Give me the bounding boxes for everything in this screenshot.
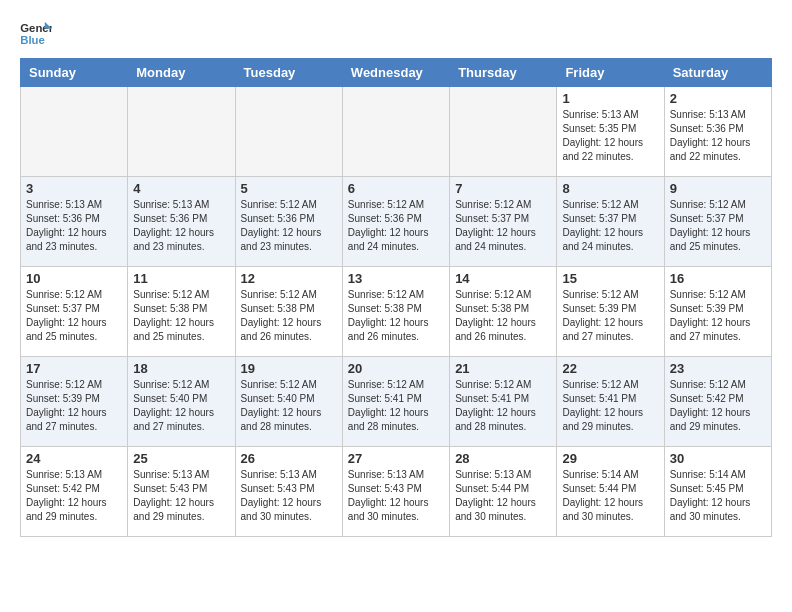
day-number: 19 bbox=[241, 361, 337, 376]
day-info: Sunrise: 5:13 AM Sunset: 5:43 PM Dayligh… bbox=[241, 468, 337, 524]
calendar-cell bbox=[235, 87, 342, 177]
calendar-cell: 11Sunrise: 5:12 AM Sunset: 5:38 PM Dayli… bbox=[128, 267, 235, 357]
day-number: 24 bbox=[26, 451, 122, 466]
calendar-cell: 6Sunrise: 5:12 AM Sunset: 5:36 PM Daylig… bbox=[342, 177, 449, 267]
calendar-cell bbox=[128, 87, 235, 177]
day-info: Sunrise: 5:12 AM Sunset: 5:37 PM Dayligh… bbox=[455, 198, 551, 254]
day-info: Sunrise: 5:12 AM Sunset: 5:41 PM Dayligh… bbox=[562, 378, 658, 434]
day-number: 22 bbox=[562, 361, 658, 376]
day-info: Sunrise: 5:12 AM Sunset: 5:38 PM Dayligh… bbox=[455, 288, 551, 344]
calendar-cell: 29Sunrise: 5:14 AM Sunset: 5:44 PM Dayli… bbox=[557, 447, 664, 537]
day-number: 6 bbox=[348, 181, 444, 196]
day-number: 14 bbox=[455, 271, 551, 286]
day-number: 3 bbox=[26, 181, 122, 196]
day-number: 29 bbox=[562, 451, 658, 466]
day-number: 13 bbox=[348, 271, 444, 286]
logo-icon: General Blue bbox=[20, 20, 52, 48]
day-info: Sunrise: 5:13 AM Sunset: 5:36 PM Dayligh… bbox=[26, 198, 122, 254]
calendar-cell: 27Sunrise: 5:13 AM Sunset: 5:43 PM Dayli… bbox=[342, 447, 449, 537]
calendar-cell: 1Sunrise: 5:13 AM Sunset: 5:35 PM Daylig… bbox=[557, 87, 664, 177]
day-info: Sunrise: 5:13 AM Sunset: 5:44 PM Dayligh… bbox=[455, 468, 551, 524]
day-info: Sunrise: 5:13 AM Sunset: 5:42 PM Dayligh… bbox=[26, 468, 122, 524]
calendar-cell: 14Sunrise: 5:12 AM Sunset: 5:38 PM Dayli… bbox=[450, 267, 557, 357]
day-number: 25 bbox=[133, 451, 229, 466]
calendar-cell: 19Sunrise: 5:12 AM Sunset: 5:40 PM Dayli… bbox=[235, 357, 342, 447]
calendar-cell: 12Sunrise: 5:12 AM Sunset: 5:38 PM Dayli… bbox=[235, 267, 342, 357]
day-info: Sunrise: 5:13 AM Sunset: 5:35 PM Dayligh… bbox=[562, 108, 658, 164]
calendar-cell: 23Sunrise: 5:12 AM Sunset: 5:42 PM Dayli… bbox=[664, 357, 771, 447]
calendar-table: SundayMondayTuesdayWednesdayThursdayFrid… bbox=[20, 58, 772, 537]
day-number: 20 bbox=[348, 361, 444, 376]
day-number: 8 bbox=[562, 181, 658, 196]
calendar-week-row: 3Sunrise: 5:13 AM Sunset: 5:36 PM Daylig… bbox=[21, 177, 772, 267]
day-info: Sunrise: 5:12 AM Sunset: 5:41 PM Dayligh… bbox=[348, 378, 444, 434]
day-number: 27 bbox=[348, 451, 444, 466]
calendar-cell: 24Sunrise: 5:13 AM Sunset: 5:42 PM Dayli… bbox=[21, 447, 128, 537]
day-info: Sunrise: 5:12 AM Sunset: 5:37 PM Dayligh… bbox=[26, 288, 122, 344]
day-info: Sunrise: 5:12 AM Sunset: 5:40 PM Dayligh… bbox=[241, 378, 337, 434]
day-number: 26 bbox=[241, 451, 337, 466]
calendar-cell bbox=[450, 87, 557, 177]
day-number: 7 bbox=[455, 181, 551, 196]
calendar-week-row: 1Sunrise: 5:13 AM Sunset: 5:35 PM Daylig… bbox=[21, 87, 772, 177]
day-number: 9 bbox=[670, 181, 766, 196]
day-number: 11 bbox=[133, 271, 229, 286]
day-info: Sunrise: 5:12 AM Sunset: 5:37 PM Dayligh… bbox=[562, 198, 658, 254]
day-info: Sunrise: 5:12 AM Sunset: 5:39 PM Dayligh… bbox=[562, 288, 658, 344]
day-info: Sunrise: 5:13 AM Sunset: 5:43 PM Dayligh… bbox=[133, 468, 229, 524]
day-info: Sunrise: 5:14 AM Sunset: 5:45 PM Dayligh… bbox=[670, 468, 766, 524]
day-info: Sunrise: 5:12 AM Sunset: 5:39 PM Dayligh… bbox=[670, 288, 766, 344]
calendar-cell: 15Sunrise: 5:12 AM Sunset: 5:39 PM Dayli… bbox=[557, 267, 664, 357]
day-number: 30 bbox=[670, 451, 766, 466]
day-number: 5 bbox=[241, 181, 337, 196]
day-number: 1 bbox=[562, 91, 658, 106]
day-number: 28 bbox=[455, 451, 551, 466]
calendar-cell: 10Sunrise: 5:12 AM Sunset: 5:37 PM Dayli… bbox=[21, 267, 128, 357]
day-info: Sunrise: 5:13 AM Sunset: 5:36 PM Dayligh… bbox=[133, 198, 229, 254]
day-info: Sunrise: 5:12 AM Sunset: 5:38 PM Dayligh… bbox=[348, 288, 444, 344]
weekday-header: Tuesday bbox=[235, 59, 342, 87]
calendar-cell: 22Sunrise: 5:12 AM Sunset: 5:41 PM Dayli… bbox=[557, 357, 664, 447]
calendar-week-row: 10Sunrise: 5:12 AM Sunset: 5:37 PM Dayli… bbox=[21, 267, 772, 357]
calendar-cell: 28Sunrise: 5:13 AM Sunset: 5:44 PM Dayli… bbox=[450, 447, 557, 537]
day-info: Sunrise: 5:12 AM Sunset: 5:38 PM Dayligh… bbox=[241, 288, 337, 344]
calendar-cell bbox=[342, 87, 449, 177]
day-number: 23 bbox=[670, 361, 766, 376]
calendar-cell: 7Sunrise: 5:12 AM Sunset: 5:37 PM Daylig… bbox=[450, 177, 557, 267]
calendar-cell: 3Sunrise: 5:13 AM Sunset: 5:36 PM Daylig… bbox=[21, 177, 128, 267]
day-number: 2 bbox=[670, 91, 766, 106]
svg-text:Blue: Blue bbox=[20, 34, 45, 46]
weekday-header: Monday bbox=[128, 59, 235, 87]
calendar-cell bbox=[21, 87, 128, 177]
day-number: 18 bbox=[133, 361, 229, 376]
calendar-cell: 4Sunrise: 5:13 AM Sunset: 5:36 PM Daylig… bbox=[128, 177, 235, 267]
calendar-cell: 2Sunrise: 5:13 AM Sunset: 5:36 PM Daylig… bbox=[664, 87, 771, 177]
weekday-header: Sunday bbox=[21, 59, 128, 87]
weekday-header-row: SundayMondayTuesdayWednesdayThursdayFrid… bbox=[21, 59, 772, 87]
day-info: Sunrise: 5:12 AM Sunset: 5:40 PM Dayligh… bbox=[133, 378, 229, 434]
calendar-cell: 21Sunrise: 5:12 AM Sunset: 5:41 PM Dayli… bbox=[450, 357, 557, 447]
day-number: 12 bbox=[241, 271, 337, 286]
weekday-header: Thursday bbox=[450, 59, 557, 87]
day-info: Sunrise: 5:12 AM Sunset: 5:39 PM Dayligh… bbox=[26, 378, 122, 434]
calendar-cell: 18Sunrise: 5:12 AM Sunset: 5:40 PM Dayli… bbox=[128, 357, 235, 447]
weekday-header: Friday bbox=[557, 59, 664, 87]
day-number: 16 bbox=[670, 271, 766, 286]
calendar-cell: 20Sunrise: 5:12 AM Sunset: 5:41 PM Dayli… bbox=[342, 357, 449, 447]
calendar-cell: 25Sunrise: 5:13 AM Sunset: 5:43 PM Dayli… bbox=[128, 447, 235, 537]
day-number: 21 bbox=[455, 361, 551, 376]
weekday-header: Saturday bbox=[664, 59, 771, 87]
day-info: Sunrise: 5:14 AM Sunset: 5:44 PM Dayligh… bbox=[562, 468, 658, 524]
weekday-header: Wednesday bbox=[342, 59, 449, 87]
calendar-cell: 13Sunrise: 5:12 AM Sunset: 5:38 PM Dayli… bbox=[342, 267, 449, 357]
calendar-week-row: 17Sunrise: 5:12 AM Sunset: 5:39 PM Dayli… bbox=[21, 357, 772, 447]
logo: General Blue bbox=[20, 20, 52, 48]
day-info: Sunrise: 5:12 AM Sunset: 5:36 PM Dayligh… bbox=[241, 198, 337, 254]
calendar-week-row: 24Sunrise: 5:13 AM Sunset: 5:42 PM Dayli… bbox=[21, 447, 772, 537]
calendar-cell: 8Sunrise: 5:12 AM Sunset: 5:37 PM Daylig… bbox=[557, 177, 664, 267]
day-info: Sunrise: 5:12 AM Sunset: 5:41 PM Dayligh… bbox=[455, 378, 551, 434]
day-info: Sunrise: 5:12 AM Sunset: 5:36 PM Dayligh… bbox=[348, 198, 444, 254]
day-info: Sunrise: 5:13 AM Sunset: 5:43 PM Dayligh… bbox=[348, 468, 444, 524]
day-number: 15 bbox=[562, 271, 658, 286]
day-info: Sunrise: 5:12 AM Sunset: 5:37 PM Dayligh… bbox=[670, 198, 766, 254]
